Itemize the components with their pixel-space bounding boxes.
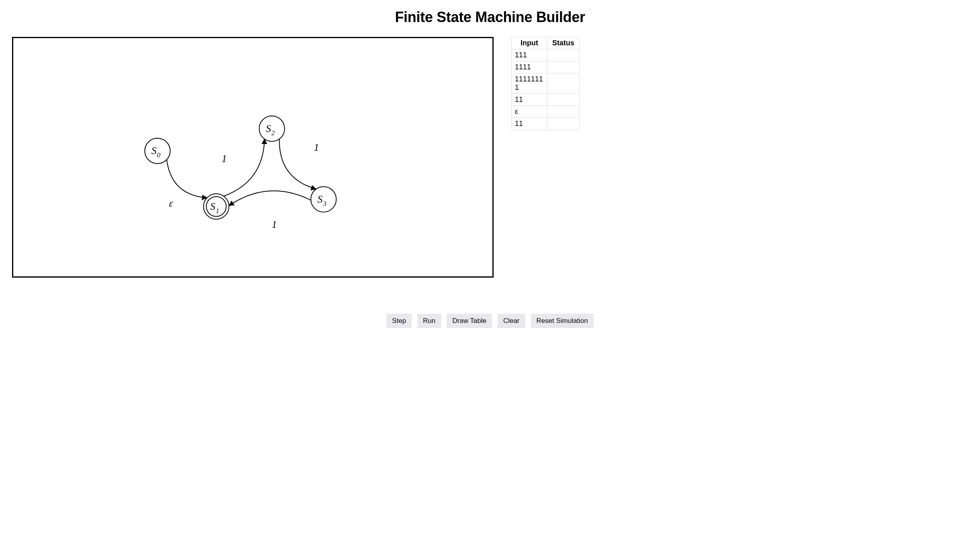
state-s3[interactable]: S3 (311, 187, 336, 212)
results-header-status: Status (547, 37, 579, 49)
fsm-svg: S0S1S2S3 ε111 (13, 38, 492, 276)
step-button[interactable]: Step (386, 314, 412, 328)
input-cell: 11 (512, 94, 547, 106)
draw-table-button[interactable]: Draw Table (447, 314, 492, 328)
results-table: Input Status 11111111111111111ε11 (511, 37, 579, 130)
fsm-canvas[interactable]: S0S1S2S3 ε111 (12, 37, 494, 278)
clear-button[interactable]: Clear (498, 314, 525, 328)
table-row[interactable]: 11 (512, 94, 579, 106)
results-header-input: Input (512, 37, 547, 49)
table-row[interactable]: 1111 (512, 61, 579, 73)
input-cell: 1111 (512, 61, 547, 73)
transition-label: ε (169, 197, 173, 209)
table-row[interactable]: 11111111 (512, 73, 579, 94)
input-cell: 11 (512, 118, 547, 130)
input-cell: ε (512, 106, 547, 118)
page-title: Finite State Machine Builder (12, 9, 968, 26)
content-row: S0S1S2S3 ε111 Input Status 1111111111111… (12, 37, 968, 278)
status-cell (547, 49, 579, 61)
transition-s0-s1[interactable] (167, 160, 207, 198)
table-row[interactable]: 11 (512, 118, 579, 130)
transition-s2-s3[interactable] (279, 139, 316, 189)
status-cell (547, 61, 579, 73)
run-button[interactable]: Run (417, 314, 441, 328)
state-s0[interactable]: S0 (145, 138, 170, 163)
state-s1[interactable]: S1 (203, 194, 229, 219)
reset-simulation-button[interactable]: Reset Simulation (531, 314, 594, 328)
table-row[interactable]: 111 (512, 49, 579, 61)
status-cell (547, 73, 579, 94)
input-cell: 111 (512, 49, 547, 61)
transition-s1-s2[interactable] (224, 139, 264, 196)
state-s2[interactable]: S2 (259, 116, 285, 141)
transition-label: 1 (272, 219, 277, 230)
table-row[interactable]: ε (512, 106, 579, 118)
status-cell (547, 106, 579, 118)
input-cell: 11111111 (512, 73, 547, 94)
transition-label: 1 (222, 153, 227, 164)
status-cell (547, 118, 579, 130)
status-cell (547, 94, 579, 106)
transition-s3-s1[interactable] (229, 191, 311, 206)
transition-label: 1 (314, 142, 319, 153)
button-row: Step Run Draw Table Clear Reset Simulati… (12, 314, 968, 328)
